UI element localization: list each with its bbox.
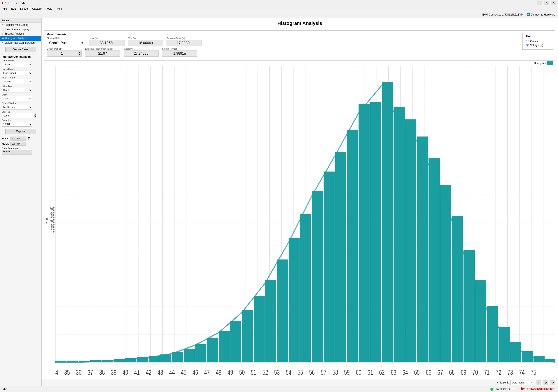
sidebar-item-register-map[interactable]: ◇ Register Map Config <box>0 23 41 27</box>
maximize-button[interactable]: □ <box>544 1 549 5</box>
svg-rect-80 <box>359 104 370 362</box>
codes-per-bin-up[interactable]: ▲ <box>77 51 81 54</box>
minimize-button[interactable]: − <box>537 1 542 5</box>
binning-rule-value[interactable]: Scott's Rule ▼ <box>47 40 86 46</box>
ti-label: TEXAS INSTRUMENTS <box>527 388 555 391</box>
menu-debug[interactable]: Debug <box>18 7 30 11</box>
xscale-select[interactable]: Auto mode <box>510 380 534 385</box>
diamond-icon: ◇ <box>2 24 3 26</box>
samples-select[interactable]: 16384 <box>2 122 32 126</box>
connect-to-hardware[interactable]: Connect to Hardware <box>527 13 555 16</box>
svg-text:48: 48 <box>216 368 221 376</box>
vref-down-button[interactable]: ▼ <box>34 116 36 118</box>
evm-status: EVM Connected : ADS127L21EVM <box>482 13 523 16</box>
unit-voltage-radio[interactable] <box>526 44 529 47</box>
svg-rect-93 <box>510 342 521 362</box>
connect-hw-checkbox[interactable] <box>527 13 530 16</box>
capture-button[interactable]: Capture <box>6 129 36 134</box>
measurements-row-1: Binning Rule Scott's Rule ▼ Max (V) 35.1… <box>47 37 522 46</box>
unit-codes-option[interactable]: Codes <box>526 40 549 43</box>
svg-text:40: 40 <box>122 368 128 376</box>
unit-voltage-label: Voltage (V) <box>530 44 543 47</box>
chart-top-bar: Histogram <box>44 60 555 67</box>
zoom-in-button[interactable]: + <box>536 380 541 385</box>
svg-text:60: 60 <box>356 368 361 376</box>
ti-text: TEXAS INSTRUMENTS <box>527 388 555 391</box>
speed-mode-select[interactable]: High Speed <box>2 71 32 75</box>
codes-per-bin-label: Codes Per Bin <box>47 47 82 50</box>
svg-text:45: 45 <box>181 368 186 376</box>
osr-select[interactable]: 1024 <box>2 96 32 101</box>
svg-text:42: 42 <box>146 368 151 376</box>
svg-rect-70 <box>242 310 253 362</box>
peak-to-peak-label: Peak-to-Peak (V) <box>166 37 201 40</box>
sigma-group: Sigma (Vrms) 1.9891u <box>162 47 197 57</box>
vref-input[interactable] <box>2 113 34 118</box>
sidebar-item-histogram[interactable]: ◆ Histogram Analysis <box>0 36 41 41</box>
unit-codes-radio[interactable] <box>526 40 529 43</box>
samples-label: Samples <box>2 119 40 122</box>
svg-rect-82 <box>382 82 393 362</box>
svg-text:37: 37 <box>87 368 93 376</box>
svg-text:47: 47 <box>204 368 210 376</box>
svg-rect-88 <box>452 216 463 362</box>
interface-config-header: Interface Configuration <box>0 54 41 59</box>
menu-file[interactable]: File <box>1 7 9 11</box>
svg-rect-91 <box>487 306 498 362</box>
close-button[interactable]: ✕ <box>551 1 556 5</box>
peak-to-peak-value: 17.0898u <box>166 40 201 46</box>
menu-tools[interactable]: Tools <box>44 7 54 11</box>
menu-edit[interactable]: Edit <box>9 7 17 11</box>
vref-spinbox[interactable]: ▲ ▼ <box>2 113 32 118</box>
codes-per-bin-input[interactable] <box>47 51 77 56</box>
data-width-label: Data Width <box>2 59 40 62</box>
min-label: Min (V) <box>128 37 163 40</box>
svg-rect-71 <box>254 296 265 362</box>
codes-per-bin-down[interactable]: ▼ <box>77 54 81 56</box>
measurements-title: Measurements <box>47 33 522 36</box>
menu-capture[interactable]: Capture <box>30 7 43 11</box>
codes-per-bin-spinbox[interactable]: ▲ ▼ <box>47 50 82 57</box>
min-group: Min (V) 18.0664u <box>128 37 163 46</box>
svg-text:56: 56 <box>309 368 315 376</box>
mclk-label: MCLK <box>2 142 10 145</box>
samples-row: Samples 16384 <box>0 118 41 127</box>
svg-text:39: 39 <box>111 368 116 376</box>
menu-help[interactable]: Help <box>55 7 64 11</box>
input-range-label: Input Range <box>2 76 40 79</box>
sclk-row: SCLK 32.77M ⚙ <box>0 136 41 141</box>
sidebar-item-spectral[interactable]: ◇ Spectral Analysis <box>0 32 41 36</box>
svg-rect-87 <box>440 185 452 362</box>
sclk-label: SCLK <box>2 137 10 140</box>
device-reset-button[interactable]: Device Reset <box>6 47 36 52</box>
export-button[interactable]: ↗ <box>550 380 555 385</box>
sidebar-item-digital-filter[interactable]: ◇ Digital Filter Configuration <box>0 41 41 45</box>
svg-text:66: 66 <box>426 368 431 376</box>
clock-divider-select[interactable]: No Division <box>2 105 32 109</box>
osr-row: OSR 1024 <box>0 93 41 101</box>
svg-text:38: 38 <box>99 368 105 376</box>
dropdown-arrow-icon: ▼ <box>81 42 84 45</box>
svg-text:36: 36 <box>76 368 81 376</box>
peak-to-peak-group: Peak-to-Peak (V) 17.0898u <box>166 37 201 46</box>
gear-icon[interactable]: ⚙ <box>27 136 31 141</box>
mclk-row: MCLK 32.77M <box>0 141 41 146</box>
binning-rule-label: Binning Rule <box>47 37 86 40</box>
connect-hw-label[interactable]: Connect to Hardware <box>531 13 555 16</box>
svg-text:67: 67 <box>437 368 443 376</box>
svg-rect-92 <box>498 327 510 362</box>
data-width-select[interactable]: 24 bits <box>2 62 32 67</box>
unit-voltage-option[interactable]: Voltage (V) <box>526 44 549 47</box>
svg-rect-74 <box>289 238 300 362</box>
svg-text:49: 49 <box>227 368 233 376</box>
menubar: File Edit Debug Capture Tools Help <box>0 6 558 11</box>
svg-rect-78 <box>335 152 346 362</box>
chart-settings-button[interactable]: ⚙ <box>543 380 548 385</box>
filter-type-select[interactable]: Sinc4 <box>2 88 32 92</box>
input-range-select[interactable]: 1 * Vref <box>2 79 32 84</box>
sidebar-item-time-domain[interactable]: ◇ Time Domain Display <box>0 27 41 32</box>
svg-text:52: 52 <box>262 368 268 376</box>
max-label: Max (V) <box>89 37 124 40</box>
vref-up-button[interactable]: ▲ <box>34 113 36 116</box>
svg-text:58: 58 <box>332 368 338 376</box>
